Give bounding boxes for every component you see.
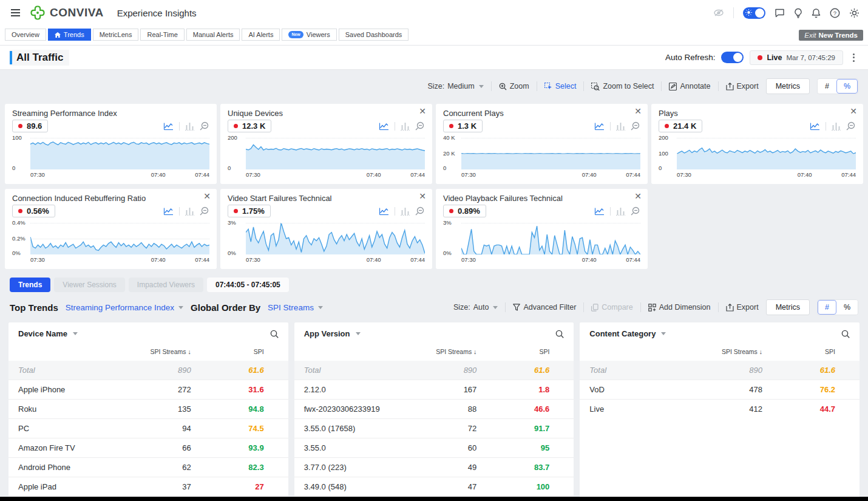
sparkline-chart[interactable]: 2000 — [246, 138, 425, 169]
trend-metric-dropdown[interactable]: Streaming Performance Index — [66, 303, 183, 312]
table-row[interactable]: 3.49.0 (548) 47 100 — [294, 477, 574, 496]
bar-chart-icon[interactable] — [185, 207, 194, 216]
sparkline-chart[interactable]: 2001000 — [677, 138, 856, 169]
sparkline-chart[interactable]: 3%0% — [246, 223, 425, 254]
table-row[interactable]: Total 890 61.6 — [580, 361, 860, 380]
sparkline-chart[interactable]: 1000 — [30, 138, 209, 169]
nav-tab-viewers[interactable]: NewViewers — [282, 29, 336, 41]
help-icon[interactable]: ? — [830, 8, 840, 18]
trend-tab-viewer-sessions[interactable]: Viewer Sessions — [54, 278, 125, 292]
unit-percent-button[interactable]: % — [836, 300, 858, 315]
unit-number-button[interactable]: # — [818, 79, 836, 94]
search-icon[interactable] — [841, 330, 850, 338]
feedback-chat-icon[interactable] — [775, 8, 785, 18]
search-icon[interactable] — [270, 330, 279, 338]
dimension-dropdown[interactable]: Content Category — [589, 329, 666, 338]
bar-chart-icon[interactable] — [832, 122, 841, 131]
table-row[interactable]: Amazon Fire TV 66 93.9 — [8, 438, 288, 457]
table-row[interactable]: Roku 135 94.8 — [8, 399, 288, 418]
close-icon[interactable]: ✕ — [850, 107, 857, 115]
metrics-button[interactable]: Metrics — [766, 299, 810, 315]
lightbulb-icon[interactable] — [794, 8, 802, 18]
bar-chart-icon[interactable] — [616, 207, 625, 216]
line-chart-icon[interactable] — [379, 122, 389, 131]
table-row[interactable]: Apple iPad 37 27 — [8, 477, 288, 496]
table-row[interactable]: 3.55.0 (17658) 72 91.7 — [294, 418, 574, 438]
table-row[interactable]: 3.55.0 60 95 — [294, 438, 574, 457]
exit-new-trends-button[interactable]: ExitNew Trends — [799, 30, 863, 41]
column-header-spi-streams[interactable]: SPI Streams ↓ — [121, 348, 191, 355]
line-chart-icon[interactable] — [379, 207, 389, 216]
unit-percent-button[interactable]: % — [836, 79, 858, 94]
nav-tab-ai-alerts[interactable]: AI Alerts — [242, 29, 280, 41]
table-row[interactable]: Live 412 44.7 — [580, 399, 860, 418]
metric-value-badge[interactable]: 1.75% — [228, 205, 271, 217]
trend-tab-impacted-viewers[interactable]: Impacted Viewers — [129, 278, 203, 292]
sparkline-chart[interactable]: 3%0% — [461, 223, 640, 254]
live-time-button[interactable]: Live Mar 7, 07:45:29 — [750, 50, 843, 65]
table-row[interactable]: Android Phone 62 82.3 — [8, 457, 288, 477]
line-chart-icon[interactable] — [594, 207, 605, 216]
size-dropdown[interactable]: Size: Auto — [453, 303, 498, 312]
zoom-out-icon[interactable] — [415, 206, 425, 216]
bar-chart-icon[interactable] — [401, 207, 410, 216]
order-by-dropdown[interactable]: SPI Streams — [268, 303, 323, 312]
line-chart-icon[interactable] — [810, 122, 820, 131]
close-icon[interactable]: ✕ — [419, 192, 426, 200]
export-button[interactable]: Export — [726, 303, 759, 312]
metric-value-badge[interactable]: 0.56% — [12, 205, 55, 217]
table-row[interactable]: VoD 478 76.2 — [580, 380, 860, 399]
line-chart-icon[interactable] — [163, 207, 174, 216]
nav-tab-manual-alerts[interactable]: Manual Alerts — [186, 29, 240, 41]
line-chart-icon[interactable] — [163, 122, 174, 131]
metric-value-badge[interactable]: 1.3 K — [443, 120, 483, 132]
unit-number-button[interactable]: # — [818, 300, 836, 315]
add-dimension-button[interactable]: Add Dimension — [648, 303, 711, 312]
zoom-button[interactable]: Zoom — [499, 82, 529, 90]
column-header-spi-streams[interactable]: SPI Streams ↓ — [407, 348, 476, 355]
metric-value-badge[interactable]: 89.6 — [12, 120, 48, 132]
sparkline-chart[interactable]: 40 K20 K0 — [461, 138, 640, 169]
bar-chart-icon[interactable] — [185, 122, 194, 131]
zoom-out-icon[interactable] — [846, 121, 856, 131]
nav-tab-overview[interactable]: Overview — [5, 29, 46, 41]
metric-value-badge[interactable]: 21.4 K — [659, 120, 702, 132]
table-row[interactable]: PC 94 74.5 — [8, 418, 288, 438]
table-row[interactable]: Apple iPhone 272 31.6 — [8, 380, 288, 399]
zoom-out-icon[interactable] — [631, 121, 640, 131]
nav-tab-real-time[interactable]: Real-Time — [140, 29, 184, 41]
nav-tab-trends[interactable]: Trends — [48, 29, 91, 41]
nav-tab-metriclens[interactable]: MetricLens — [93, 29, 139, 41]
dimension-dropdown[interactable]: Device Name — [18, 329, 78, 338]
bar-chart-icon[interactable] — [401, 122, 410, 131]
trend-tab-trends[interactable]: Trends — [10, 278, 50, 292]
metric-value-badge[interactable]: 12.3 K — [228, 120, 271, 132]
metric-value-badge[interactable]: 0.89% — [443, 205, 486, 217]
eye-off-icon[interactable] — [713, 9, 724, 17]
select-button[interactable]: Select — [544, 82, 577, 90]
notifications-bell-icon[interactable] — [812, 8, 821, 18]
table-row[interactable]: fwx-20230306233919 88 46.6 — [294, 399, 574, 418]
settings-gear-icon[interactable] — [849, 8, 860, 18]
annotate-button[interactable]: Annotate — [669, 82, 710, 90]
zoom-to-select-button[interactable]: Zoom to Select — [591, 82, 654, 90]
column-header-spi-streams[interactable]: SPI Streams ↓ — [693, 348, 762, 355]
zoom-out-icon[interactable] — [415, 121, 425, 131]
line-chart-icon[interactable] — [594, 122, 605, 131]
nav-tab-saved-dashboards[interactable]: Saved Dashboards — [339, 29, 409, 41]
table-row[interactable]: Total 890 61.6 — [294, 361, 574, 380]
bar-chart-icon[interactable] — [616, 122, 625, 131]
column-header-spi[interactable]: SPI — [762, 348, 835, 355]
hamburger-menu-icon[interactable] — [8, 7, 22, 19]
close-icon[interactable]: ✕ — [634, 192, 642, 200]
size-dropdown[interactable]: Size: Medium — [427, 82, 483, 90]
auto-refresh-toggle[interactable] — [721, 52, 744, 63]
search-icon[interactable] — [555, 330, 564, 338]
sparkline-chart[interactable]: 0.4%0.2%0% — [30, 223, 209, 254]
zoom-out-icon[interactable] — [200, 121, 209, 131]
more-options-kebab-icon[interactable] — [849, 51, 858, 64]
close-icon[interactable]: ✕ — [419, 107, 426, 115]
theme-toggle[interactable] — [743, 7, 765, 19]
column-header-spi[interactable]: SPI — [476, 348, 549, 355]
dimension-dropdown[interactable]: App Version — [304, 329, 361, 338]
